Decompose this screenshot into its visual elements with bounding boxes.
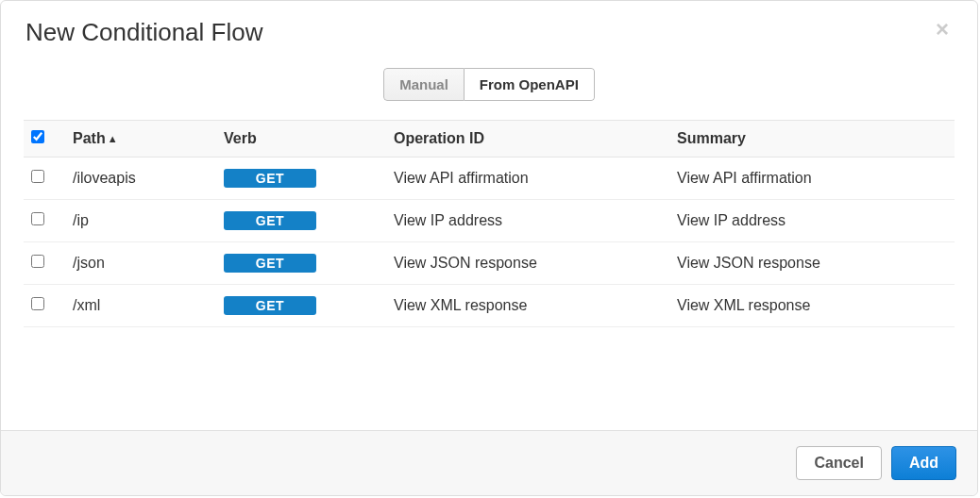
- operations-table-body: /iloveapis GET View API affirmation View…: [24, 158, 955, 327]
- source-toggle-row: Manual From OpenAPI: [1, 68, 977, 120]
- verb-badge: GET: [224, 296, 316, 315]
- table-row: /json GET View JSON response View JSON r…: [24, 242, 955, 285]
- operations-table: Path▲ Verb Operation ID Summary /iloveap…: [24, 120, 955, 327]
- column-header-verb[interactable]: Verb: [216, 121, 386, 158]
- column-header-operation-id[interactable]: Operation ID: [386, 121, 669, 158]
- operations-table-wrap: Path▲ Verb Operation ID Summary /iloveap…: [1, 120, 977, 430]
- column-header-path[interactable]: Path▲: [65, 121, 216, 158]
- operation-id-cell: View IP address: [386, 200, 669, 242]
- column-header-path-label: Path: [73, 130, 106, 146]
- path-cell: /xml: [65, 285, 216, 327]
- summary-cell: View API affirmation: [669, 158, 955, 200]
- source-toggle-group: Manual From OpenAPI: [383, 68, 595, 101]
- sort-asc-icon: ▲: [108, 133, 118, 144]
- row-checkbox[interactable]: [31, 255, 44, 268]
- operation-id-cell: View XML response: [386, 285, 669, 327]
- verb-badge: GET: [224, 169, 316, 188]
- table-row: /ip GET View IP address View IP address: [24, 200, 955, 242]
- add-button[interactable]: Add: [891, 446, 956, 480]
- tab-manual[interactable]: Manual: [383, 68, 465, 101]
- tab-from-openapi[interactable]: From OpenAPI: [465, 68, 595, 101]
- close-icon[interactable]: ×: [932, 18, 953, 41]
- path-cell: /json: [65, 242, 216, 285]
- verb-badge: GET: [224, 211, 316, 230]
- operation-id-cell: View JSON response: [386, 242, 669, 285]
- table-row: /xml GET View XML response View XML resp…: [24, 285, 955, 327]
- path-cell: /ip: [65, 200, 216, 242]
- select-all-checkbox[interactable]: [31, 130, 44, 143]
- row-checkbox[interactable]: [31, 170, 44, 183]
- column-header-select: [24, 121, 65, 158]
- modal-footer: Cancel Add: [1, 430, 977, 495]
- summary-cell: View JSON response: [669, 242, 955, 285]
- modal-header: New Conditional Flow ×: [1, 1, 977, 68]
- new-conditional-flow-modal: New Conditional Flow × Manual From OpenA…: [0, 0, 978, 496]
- table-row: /iloveapis GET View API affirmation View…: [24, 158, 955, 200]
- cancel-button[interactable]: Cancel: [796, 446, 881, 480]
- operation-id-cell: View API affirmation: [386, 158, 669, 200]
- row-checkbox[interactable]: [31, 297, 44, 310]
- summary-cell: View XML response: [669, 285, 955, 327]
- modal-title: New Conditional Flow: [25, 18, 262, 47]
- table-header-row: Path▲ Verb Operation ID Summary: [24, 121, 955, 158]
- column-header-summary[interactable]: Summary: [669, 121, 955, 158]
- row-checkbox[interactable]: [31, 212, 44, 225]
- summary-cell: View IP address: [669, 200, 955, 242]
- path-cell: /iloveapis: [65, 158, 216, 200]
- verb-badge: GET: [224, 254, 316, 273]
